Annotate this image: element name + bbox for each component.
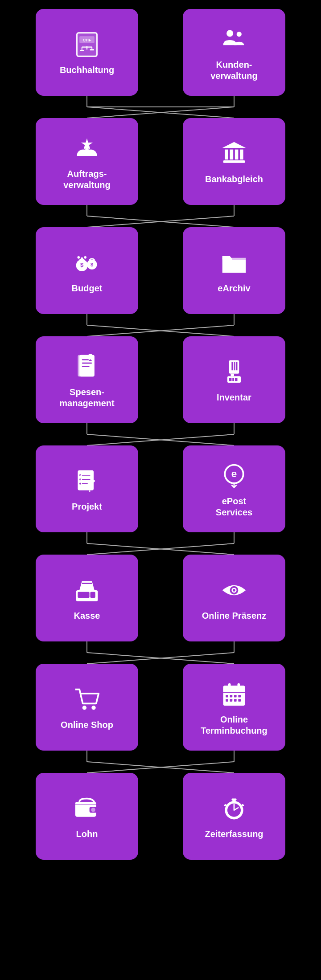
expenses-icon <box>71 351 103 382</box>
svg-rect-96 <box>228 683 231 689</box>
svg-rect-51 <box>234 362 235 371</box>
card-epost[interactable]: e ePostServices <box>183 445 285 532</box>
connector-4 <box>36 423 285 445</box>
customers-icon <box>218 24 250 55</box>
svg-point-36 <box>84 256 86 259</box>
onlineshop-label: Online Shop <box>61 719 113 731</box>
epost-icon: e <box>218 460 250 491</box>
kasse-icon <box>71 575 103 606</box>
svg-rect-100 <box>234 694 237 697</box>
onlinepraesenz-label: Online Präsenz <box>202 610 267 621</box>
svg-rect-119 <box>231 799 236 800</box>
bankabgleich-label: Bankabgleich <box>205 174 263 185</box>
budget-label: Budget <box>72 283 103 294</box>
eye-icon <box>218 575 250 606</box>
svg-point-85 <box>233 589 235 592</box>
svg-rect-50 <box>231 362 233 371</box>
zeiterfassung-label: Zeiterfassung <box>205 829 263 840</box>
row-6: Kasse Online Präsenz <box>36 555 285 641</box>
card-zeiterfassung[interactable]: Zeiterfassung <box>183 773 285 860</box>
svg-rect-55 <box>229 378 232 381</box>
svg-rect-46 <box>82 366 90 367</box>
kasse-label: Kasse <box>74 610 100 621</box>
svg-point-10 <box>226 30 233 37</box>
row-5: Projekt e ePostServices <box>36 445 285 532</box>
connector-1 <box>36 96 285 118</box>
svg-rect-52 <box>236 362 238 371</box>
svg-rect-45 <box>82 362 92 363</box>
svg-rect-103 <box>230 699 233 702</box>
card-budget[interactable]: $ $ Budget <box>36 227 138 314</box>
svg-point-11 <box>237 32 242 37</box>
card-bankabgleich[interactable]: Bankabgleich <box>183 118 285 205</box>
row-8: Lohn Zeiterfassung <box>36 773 285 860</box>
card-projekt[interactable]: Projekt <box>36 445 138 532</box>
svg-rect-98 <box>226 694 228 697</box>
card-onlineshop[interactable]: Online Shop <box>36 664 138 751</box>
card-lohn[interactable]: Lohn <box>36 773 138 860</box>
card-spesenmanagement[interactable]: Spesen-management <box>36 336 138 423</box>
card-auftragsverwaltung[interactable]: Auftrags-verwaltung <box>36 118 138 205</box>
svg-rect-111 <box>75 802 96 806</box>
row-4: Spesen-management Inventar <box>36 336 285 423</box>
connector-5 <box>36 532 285 555</box>
archive-icon <box>218 247 250 278</box>
budget-icon: $ $ <box>71 247 103 278</box>
svg-rect-66 <box>82 479 91 480</box>
shop-icon <box>71 684 103 715</box>
card-onlinepraesenz[interactable]: Online Präsenz <box>183 555 285 641</box>
svg-rect-68 <box>82 483 88 484</box>
svg-rect-56 <box>232 378 234 381</box>
orders-icon <box>71 133 103 164</box>
accounting-icon: CHF <box>71 29 103 60</box>
svg-rect-99 <box>230 694 233 697</box>
svg-marker-21 <box>222 142 246 148</box>
kundenverwaltung-label: Kunden-verwaltung <box>210 59 258 82</box>
card-inventar[interactable]: Inventar <box>183 336 285 423</box>
connector-3 <box>36 314 285 336</box>
project-icon <box>71 466 103 497</box>
connector-7 <box>36 751 285 773</box>
row-1: CHF Buchhaltung <box>36 9 285 96</box>
card-buchhaltung[interactable]: CHF Buchhaltung <box>36 9 138 96</box>
svg-rect-101 <box>238 694 241 697</box>
svg-point-37 <box>77 256 80 259</box>
buchhaltung-label: Buchhaltung <box>60 65 114 76</box>
svg-rect-8 <box>80 50 84 51</box>
svg-rect-67 <box>79 483 81 485</box>
svg-rect-43 <box>78 355 81 376</box>
spesenmanagement-label: Spesen-management <box>59 387 114 409</box>
calendar-icon <box>218 678 250 710</box>
svg-rect-80 <box>91 592 95 598</box>
connector-6 <box>36 641 285 664</box>
svg-point-90 <box>82 706 86 710</box>
card-kundenverwaltung[interactable]: Kunden-verwaltung <box>183 9 285 96</box>
card-onlinetermin[interactable]: OnlineTerminbuchung <box>183 664 285 751</box>
main-grid: CHF Buchhaltung <box>36 9 285 860</box>
epost-label: ePostServices <box>216 496 252 518</box>
svg-rect-79 <box>78 592 89 598</box>
svg-rect-102 <box>226 699 228 702</box>
auftragsverwaltung-label: Auftrags-verwaltung <box>63 168 111 191</box>
connector-2 <box>36 205 285 227</box>
card-kasse[interactable]: Kasse <box>36 555 138 641</box>
bank-icon <box>218 138 250 169</box>
svg-rect-53 <box>231 374 235 376</box>
lohn-label: Lohn <box>76 829 98 840</box>
svg-rect-64 <box>82 475 91 476</box>
svg-text:$: $ <box>80 261 84 268</box>
svg-marker-70 <box>89 490 91 492</box>
svg-rect-24 <box>235 150 239 160</box>
svg-rect-81 <box>82 583 92 584</box>
earchiv-label: eArchiv <box>218 283 250 294</box>
svg-rect-57 <box>235 378 238 381</box>
svg-rect-23 <box>230 150 234 160</box>
wallet-icon <box>71 793 103 824</box>
svg-point-91 <box>91 706 95 710</box>
inventory-icon <box>218 356 250 388</box>
projekt-label: Projekt <box>72 501 102 512</box>
card-earchiv[interactable]: eArchiv <box>183 227 285 314</box>
svg-rect-97 <box>238 683 240 689</box>
inventar-label: Inventar <box>217 392 251 403</box>
svg-rect-104 <box>234 699 237 702</box>
